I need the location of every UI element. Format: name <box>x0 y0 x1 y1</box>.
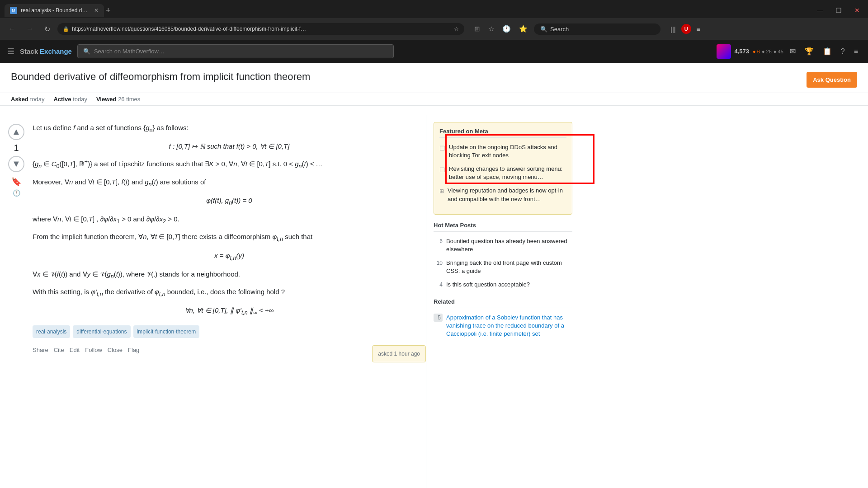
asked-time: asked 1 hour ago <box>378 351 420 357</box>
asked-info-box: asked 1 hour ago <box>372 345 426 362</box>
hot-meta-section: Hot Meta Posts 6 Bountied question has a… <box>434 222 572 289</box>
site-header: ☰ Stack Exchange 🔍 Search on MathOverflo… <box>0 40 868 63</box>
refresh-button[interactable]: ↻ <box>41 23 54 35</box>
tag-real-analysis[interactable]: real-analysis <box>33 325 70 338</box>
hot-meta-item-3: 4 Is this soft question acceptable? <box>434 281 572 289</box>
flag-link[interactable]: Flag <box>128 345 139 355</box>
logo-stack-text: Stack <box>20 47 38 55</box>
hot-meta-item-2: 10 Bringing back the old front page with… <box>434 259 572 275</box>
reputation-area: 4,573 ● 6 ● 26 ● 45 ✉ 🏆 📋 ? ≡ <box>717 44 861 59</box>
viewed-meta: Viewed 26 times <box>96 96 140 103</box>
help-icon[interactable]: ? <box>838 46 848 57</box>
user-avatar[interactable] <box>717 44 731 59</box>
inbox-icon[interactable]: ✉ <box>787 45 798 57</box>
body-para-3: Moreover, ∀n and ∀t ∈ [0,T], f(t) and gn… <box>33 176 426 189</box>
featured-section-title: Featured on Meta <box>439 128 566 138</box>
featured-item-1: ☐ Update on the ongoing DDoS attacks and… <box>439 143 566 160</box>
body-para-1: Let us define f and a set of functions {… <box>33 122 426 135</box>
minimize-button[interactable]: — <box>813 6 827 15</box>
logo-exchange-text: Exchange <box>40 47 72 55</box>
math-formula-1: f : [0,T] ↦ ℝ such that f(t) > 0, ∀t ∈ [… <box>33 141 426 152</box>
featured-item-3-text: Viewing reputation and badges is now opt… <box>448 187 566 203</box>
hamburger-menu-icon[interactable]: ☰ <box>7 47 14 56</box>
bookmark-icon: ☆ <box>454 26 459 32</box>
checkbox-icon-2[interactable]: ☐ <box>439 166 445 181</box>
site-menu-icon[interactable]: ≡ <box>851 46 861 57</box>
tag-list: real-analysis differential-equations imp… <box>33 325 426 338</box>
tab-favicon: M <box>10 7 17 14</box>
browser-window: M real analysis - Bounded derivati… ✕ + … <box>0 0 868 63</box>
site-logo[interactable]: Stack Exchange <box>20 47 72 55</box>
bookmark-button[interactable]: 🔖 <box>11 177 21 187</box>
featured-item-1-text: Update on the ongoing DDoS attacks and b… <box>449 143 566 160</box>
hot-meta-count-1: 6 <box>434 237 443 244</box>
site-search-placeholder: Search on MathOverflow… <box>94 48 165 55</box>
hot-meta-link-3[interactable]: Is this soft question acceptable? <box>446 281 530 289</box>
close-window-button[interactable]: ✕ <box>851 6 863 15</box>
body-para-2: {gn ∈ C0([0,T], ℝ+)} a set of Lipschitz … <box>33 157 426 171</box>
tag-implicit-function[interactable]: implicit-function-theorem <box>133 325 200 338</box>
forward-button[interactable]: → <box>23 23 37 35</box>
new-tab-button[interactable]: + <box>106 6 111 15</box>
featured-on-meta-section: Featured on Meta ☐ Update on the ongoing… <box>434 122 572 215</box>
reputation-number: 4,573 <box>735 48 750 55</box>
back-button[interactable]: ← <box>5 23 19 35</box>
tab-bar: M real analysis - Bounded derivati… ✕ + … <box>0 0 868 18</box>
related-item-1: 5 Approximation of a Sobolev function th… <box>434 314 572 338</box>
cite-link[interactable]: Cite <box>54 345 64 355</box>
close-link[interactable]: Close <box>108 345 123 355</box>
hot-meta-link-1[interactable]: Bountied question has already been answe… <box>446 237 572 253</box>
hot-meta-title: Hot Meta Posts <box>434 222 572 232</box>
hot-meta-count-3: 4 <box>434 281 443 288</box>
body-para-6: ∀x ∈ 𝒱(f(t)) and ∀y ∈ 𝒱(gn(t)), where 𝒱(… <box>33 268 426 282</box>
asked-meta: Asked today <box>11 96 44 103</box>
question-title: Bounded derivative of diffeomorphism fro… <box>11 70 807 84</box>
follow-link[interactable]: Follow <box>85 345 102 355</box>
post-actions: Share Cite Edit Follow Close Flag <box>33 345 139 355</box>
review-icon[interactable]: 📋 <box>820 45 835 57</box>
meta-icon-3: ⊞ <box>439 188 444 203</box>
body-para-4: where ∀n, ∀t ∈ [0,T] , ∂φ/∂x1 > 0 and ∂φ… <box>33 213 426 226</box>
browser-menu-icon[interactable]: ≡ <box>694 23 703 35</box>
user-avatar-icon[interactable]: U <box>681 24 691 34</box>
math-formula-5: ∀n, ∀t ∈ [0,T], ‖ φ′t,n ‖∞ < +∞ <box>33 305 426 318</box>
share-link[interactable]: Share <box>33 345 48 355</box>
extensions-icon[interactable]: ⊞ <box>472 23 483 35</box>
vote-down-button[interactable]: ▼ <box>8 156 24 172</box>
related-count-1: 5 <box>434 314 443 322</box>
window-controls: — ❐ ✕ <box>813 6 863 15</box>
site-search-box[interactable]: 🔍 Search on MathOverflow… <box>77 44 394 58</box>
close-tab-button[interactable]: ✕ <box>94 7 99 14</box>
browser-search-bar[interactable]: 🔍 Search <box>534 23 660 35</box>
toolbar-icons: ⊞ ☆ 🕐 ⭐ <box>472 23 530 35</box>
related-link-1[interactable]: Approximation of a Sobolev function that… <box>446 314 572 338</box>
reputation-badges: ● 6 ● 26 ● 45 <box>753 49 783 54</box>
featured-item-2: ☐ Revisiting changes to answer sorting m… <box>439 165 566 181</box>
body-para-7: With this setting, is φ′t,n the derivati… <box>33 286 426 299</box>
browser-search-label: Search <box>550 26 569 33</box>
active-tab[interactable]: M real analysis - Bounded derivati… ✕ <box>5 4 104 17</box>
related-section: Related 5 Approximation of a Sobolev fun… <box>434 298 572 338</box>
tab-title: real analysis - Bounded derivati… <box>21 7 90 14</box>
featured-item-3: ⊞ Viewing reputation and badges is now o… <box>439 187 566 203</box>
site-search-icon: 🔍 <box>83 48 90 55</box>
vote-count: 1 <box>14 143 19 153</box>
checkbox-icon-1[interactable]: ☐ <box>439 144 445 160</box>
edit-link[interactable]: Edit <box>70 345 80 355</box>
vote-up-button[interactable]: ▲ <box>8 124 24 140</box>
collections-icon[interactable]: ⭐ <box>516 23 530 35</box>
hot-meta-link-2[interactable]: Bringing back the old front page with cu… <box>446 259 572 275</box>
hot-meta-item-1: 6 Bountied question has already been ans… <box>434 237 572 253</box>
nav-bar: ← → ↻ 🔒 https://mathoverflow.net/questio… <box>0 18 868 40</box>
restore-button[interactable]: ❐ <box>832 6 845 15</box>
math-formula-4: x = φt,n(y) <box>33 250 426 263</box>
tag-diff-equations[interactable]: differential-equations <box>73 325 130 338</box>
address-bar[interactable]: 🔒 https://mathoverflow.net/questions/416… <box>57 23 464 35</box>
browser-extra-icons: ||| U ≡ <box>668 23 703 35</box>
reading-list-icon[interactable]: ||| <box>668 23 679 35</box>
achievements-icon[interactable]: 🏆 <box>802 45 816 57</box>
history-icon[interactable]: 🕐 <box>500 23 514 35</box>
history-button[interactable]: 🕐 <box>13 189 20 197</box>
favorites-icon[interactable]: ☆ <box>486 23 497 35</box>
ask-question-button[interactable]: Ask Question <box>807 72 857 88</box>
